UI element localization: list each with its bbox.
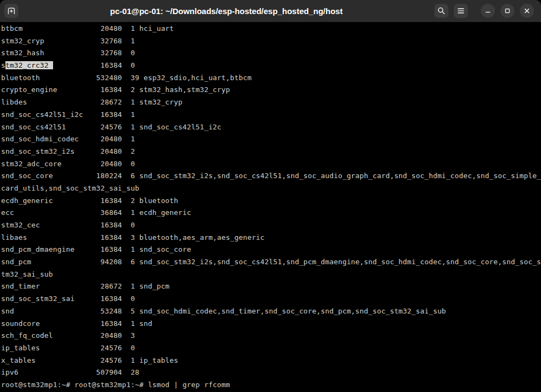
search-button[interactable] — [434, 4, 448, 18]
close-button[interactable] — [520, 4, 534, 18]
terminal-line: snd_soc_stm32_i2s 20480 2 — [1, 146, 541, 158]
terminal-line: snd_pcm_dmaengine 16384 1 snd_soc_core — [1, 244, 541, 256]
terminal-line: ip_tables 24576 0 — [1, 342, 541, 355]
titlebar[interactable]: pc-01@pc-01: ~/Downloads/esp-hosted/esp_… — [0, 0, 541, 22]
terminal-line: stm32_hash 32768 0 — [1, 47, 541, 60]
terminal-line: snd_soc_stm32_sai 16384 0 — [1, 293, 541, 305]
new-tab-button[interactable] — [4, 4, 18, 18]
terminal-line: card_utils,snd_soc_stm32_sai_sub — [1, 182, 541, 195]
terminal-line: libaes 16384 3 bluetooth,aes_arm,aes_gen… — [1, 232, 541, 244]
terminal-line: snd_soc_cs42l51_i2c 16384 1 — [1, 109, 541, 121]
search-icon — [437, 6, 446, 15]
terminal-line: btbcm 20480 1 hci_uart — [1, 23, 541, 35]
maximize-icon — [503, 6, 512, 15]
terminal-line: bluetooth 532480 39 esp32_sdio,hci_uart,… — [1, 72, 541, 84]
menu-icon — [457, 6, 465, 15]
terminal-line: ecc 36864 1 ecdh_generic — [1, 207, 541, 219]
terminal-line: x_tables 24576 1 ip_tables — [1, 355, 541, 367]
minimize-button[interactable] — [481, 4, 495, 18]
line-text: 16384 0 — [53, 61, 135, 69]
terminal-line: libdes 28672 1 stm32_cryp — [1, 96, 541, 109]
prompt-line: root@stm32mp1:~# root@stm32mp1:~# lsmod … — [1, 379, 541, 391]
terminal-line: snd 53248 5 snd_soc_hdmi_codec,snd_timer… — [1, 305, 541, 318]
tab-new-icon — [7, 6, 16, 15]
terminal-line: tm32_sai_sub — [1, 269, 541, 281]
terminal-line: snd_timer 28672 1 snd_pcm — [1, 280, 541, 293]
terminal-line: ecdh_generic 16384 2 bluetooth — [1, 195, 541, 207]
terminal-line: snd_soc_cs42l51 24576 1 snd_soc_cs42l51_… — [1, 121, 541, 134]
selected-text: tm32_crc32 — [5, 61, 53, 69]
minimize-icon — [484, 6, 492, 15]
terminal-line: stm32_cec 16384 0 — [1, 219, 541, 232]
terminal-line: stm32_crc32 16384 0 — [1, 60, 541, 72]
menu-button[interactable] — [454, 4, 468, 18]
terminal-line: snd_soc_hdmi_codec 20480 1 — [1, 133, 541, 146]
line-text: s — [1, 61, 5, 69]
terminal-screen[interactable]: btbcm 20480 1 hci_uartstm32_cryp 32768 1… — [0, 22, 541, 392]
titlebar-actions — [434, 4, 534, 18]
terminal-line: stm32_adc_core 20480 0 — [1, 158, 541, 171]
terminal-line: stm32_cryp 32768 1 — [1, 35, 541, 48]
terminal-line: soundcore 16384 1 snd — [1, 318, 541, 330]
terminal-line: crypto_engine 16384 2 stm32_hash,stm32_c… — [1, 84, 541, 96]
maximize-button[interactable] — [500, 4, 514, 18]
window-controls — [481, 4, 534, 18]
terminal-line: sch_fq_codel 20480 3 — [1, 330, 541, 342]
terminal-window: pc-01@pc-01: ~/Downloads/esp-hosted/esp_… — [0, 0, 541, 392]
terminal-line: snd_soc_core 180224 6 snd_soc_stm32_i2s,… — [1, 170, 541, 182]
close-icon — [523, 6, 531, 15]
window-title: pc-01@pc-01: ~/Downloads/esp-hosted/esp_… — [18, 6, 434, 16]
terminal-line: ipv6 507904 28 — [1, 367, 541, 379]
terminal-line: snd_pcm 94208 6 snd_soc_stm32_i2s,snd_so… — [1, 256, 541, 269]
